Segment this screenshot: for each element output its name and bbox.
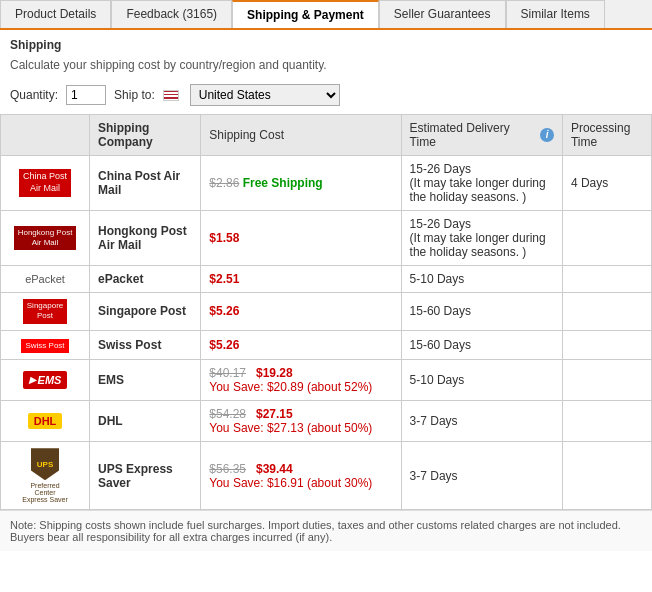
logo-cell-swiss-post: Swiss Post (1, 330, 90, 359)
quantity-row: Quantity: Ship to: United States (0, 80, 652, 114)
th-processing: Processing Time (562, 115, 651, 156)
table-row: DHL DHL $54.28 $27.15 You Save: $27.13 (… (1, 401, 652, 442)
company-name-ems: EMS (90, 360, 201, 401)
quantity-input[interactable] (66, 85, 106, 105)
th-cost: Shipping Cost (201, 115, 401, 156)
swiss-post-logo: Swiss Post (21, 339, 68, 353)
ups-logo: UPS PreferredCenterExpress Saver (9, 448, 81, 503)
tab-bar: Product Details Feedback (3165) Shipping… (0, 0, 652, 30)
delivery-cell-ups: 3-7 Days (401, 442, 562, 510)
tab-shipping-payment[interactable]: Shipping & Payment (232, 0, 379, 28)
cost-cell-dhl: $54.28 $27.15 You Save: $27.13 (about 50… (201, 401, 401, 442)
delivery-cell-swiss-post: 15-60 Days (401, 330, 562, 359)
th-delivery-text: Estimated Delivery Time (410, 121, 537, 149)
shipping-section: Shipping Calculate your shipping cost by… (0, 30, 652, 114)
delivery-info-icon[interactable]: i (540, 128, 554, 142)
table-row: ePacket ePacket $2.51 5-10 Days (1, 266, 652, 293)
processing-cell-swiss-post (562, 330, 651, 359)
final-price: $5.26 (209, 338, 239, 352)
company-name-ups: UPS Express Saver (90, 442, 201, 510)
final-price: $5.26 (209, 304, 239, 318)
processing-cell-dhl (562, 401, 651, 442)
delivery-cell-epacket: 5-10 Days (401, 266, 562, 293)
ship-to-label: Ship to: (114, 88, 155, 102)
cost-cell-swiss-post: $5.26 (201, 330, 401, 359)
final-price: $19.28 (256, 366, 293, 380)
table-row: Swiss Post Swiss Post $5.26 15-60 Days (1, 330, 652, 359)
tab-product-details[interactable]: Product Details (0, 0, 111, 28)
shipping-title: Shipping (0, 30, 652, 54)
original-price: $56.35 (209, 462, 246, 476)
company-name-dhl: DHL (90, 401, 201, 442)
logo-cell-ems: ▶EMS (1, 360, 90, 401)
delivery-cell-ems: 5-10 Days (401, 360, 562, 401)
original-price: $40.17 (209, 366, 246, 380)
calc-description: Calculate your shipping cost by country/… (0, 54, 652, 80)
final-price: Free Shipping (243, 176, 323, 190)
th-delivery: Estimated Delivery Time i (401, 115, 562, 156)
country-select[interactable]: United States (190, 84, 340, 106)
cost-cell-ups: $56.35 $39.44 You Save: $16.91 (about 30… (201, 442, 401, 510)
original-price: $54.28 (209, 407, 246, 421)
final-price: $1.58 (209, 231, 239, 245)
tab-seller-guarantees[interactable]: Seller Guarantees (379, 0, 506, 28)
quantity-label: Quantity: (10, 88, 58, 102)
epacket-logo-text: ePacket (25, 273, 65, 285)
dhl-logo: DHL (28, 413, 63, 429)
tab-feedback[interactable]: Feedback (3165) (111, 0, 232, 28)
processing-cell-sg-post (562, 293, 651, 331)
tabs-container: Product Details Feedback (3165) Shipping… (0, 0, 652, 30)
th-company: Shipping Company (90, 115, 201, 156)
logo-cell-sg-post: SingaporePost (1, 293, 90, 331)
table-row: ▶EMS EMS $40.17 $19.28 You Save: $20.89 … (1, 360, 652, 401)
final-price: $27.15 (256, 407, 293, 421)
cost-cell-epacket: $2.51 (201, 266, 401, 293)
china-post-logo: China PostAir Mail (19, 169, 71, 196)
hk-post-logo: Hongkong PostAir Mail (14, 226, 77, 251)
delivery-cell-dhl: 3-7 Days (401, 401, 562, 442)
cost-cell-ems: $40.17 $19.28 You Save: $20.89 (about 52… (201, 360, 401, 401)
save-text: You Save: $16.91 (about 30%) (209, 476, 372, 490)
th-logo (1, 115, 90, 156)
save-text: You Save: $27.13 (about 50%) (209, 421, 372, 435)
sg-post-logo: SingaporePost (23, 299, 67, 324)
logo-cell-ups: UPS PreferredCenterExpress Saver (1, 442, 90, 510)
save-text: You Save: $20.89 (about 52%) (209, 380, 372, 394)
cost-cell-hk-post: $1.58 (201, 211, 401, 266)
company-name-hk-post: Hongkong Post Air Mail (90, 211, 201, 266)
logo-cell-hk-post: Hongkong PostAir Mail (1, 211, 90, 266)
cost-cell-sg-post: $5.26 (201, 293, 401, 331)
logo-cell-dhl: DHL (1, 401, 90, 442)
logo-cell-china-post: China PostAir Mail (1, 156, 90, 211)
final-price: $2.51 (209, 272, 239, 286)
processing-cell-china-post: 4 Days (562, 156, 651, 211)
delivery-cell-sg-post: 15-60 Days (401, 293, 562, 331)
shipping-note: Note: Shipping costs shown include fuel … (0, 510, 652, 551)
final-price: $39.44 (256, 462, 293, 476)
company-name-epacket: ePacket (90, 266, 201, 293)
company-name-swiss-post: Swiss Post (90, 330, 201, 359)
logo-cell-epacket: ePacket (1, 266, 90, 293)
processing-cell-epacket (562, 266, 651, 293)
tab-similar-items[interactable]: Similar Items (506, 0, 605, 28)
delivery-cell-hk-post: 15-26 Days(It may take longer during the… (401, 211, 562, 266)
ems-logo: ▶EMS (23, 371, 68, 389)
table-row: SingaporePost Singapore Post $5.26 15-60… (1, 293, 652, 331)
processing-cell-ems (562, 360, 651, 401)
company-name-china-post: China Post Air Mail (90, 156, 201, 211)
processing-cell-ups (562, 442, 651, 510)
cost-cell-china-post: $2.86 Free Shipping (201, 156, 401, 211)
table-row: Hongkong PostAir Mail Hongkong Post Air … (1, 211, 652, 266)
table-row: China PostAir Mail China Post Air Mail $… (1, 156, 652, 211)
original-price: $2.86 (209, 176, 239, 190)
company-name-sg-post: Singapore Post (90, 293, 201, 331)
processing-cell-hk-post (562, 211, 651, 266)
table-row: UPS PreferredCenterExpress Saver UPS Exp… (1, 442, 652, 510)
flag-us-icon (163, 90, 179, 101)
delivery-cell-china-post: 15-26 Days(It may take longer during the… (401, 156, 562, 211)
shipping-table: Shipping Company Shipping Cost Estimated… (0, 114, 652, 510)
